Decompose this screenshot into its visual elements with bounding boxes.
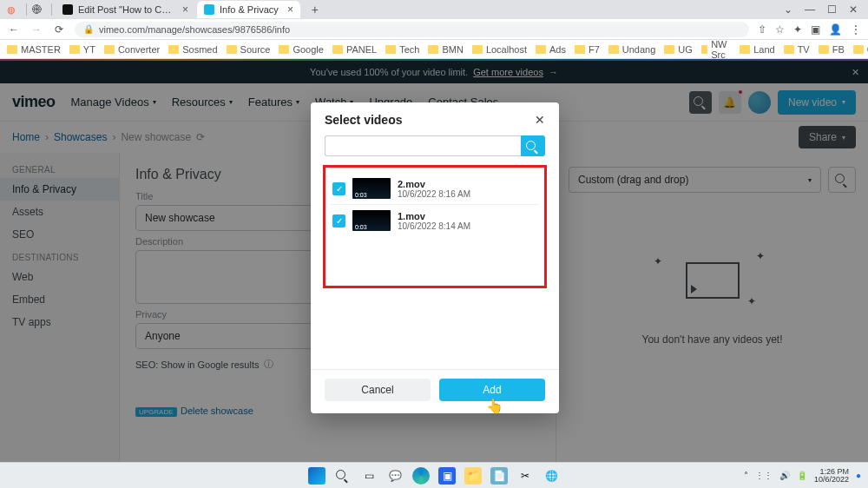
folder-icon [575, 45, 585, 54]
system-clock[interactable]: 1:26 PM 10/6/2022 [814, 468, 849, 484]
tab-2-title: Info & Privacy [220, 4, 279, 15]
bookmark[interactable]: Undang [608, 44, 656, 55]
folder-icon [819, 45, 829, 54]
close-icon[interactable]: × [182, 3, 188, 16]
task-view-icon[interactable]: ▭ [360, 467, 378, 485]
panel-icon[interactable]: ▣ [811, 23, 820, 36]
video-thumbnail: 0:03 [352, 210, 391, 231]
bookmark[interactable]: UG [664, 44, 693, 55]
extensions-icon[interactable]: ✦ [793, 23, 802, 36]
forward-icon[interactable]: → [30, 23, 43, 36]
volume-icon[interactable]: 🔊 [779, 471, 790, 480]
bookmark[interactable]: Sosmed [168, 44, 217, 55]
folder-icon [608, 45, 619, 54]
close-icon[interactable]: × [287, 3, 293, 16]
video-date: 10/6/2022 8:16 AM [398, 189, 470, 199]
maximize-icon[interactable]: ☐ [827, 3, 837, 16]
bookmark[interactable]: MASTER [7, 44, 61, 55]
bookmark[interactable]: Localhost [472, 44, 527, 55]
kebab-icon[interactable]: ⋮ [851, 23, 861, 36]
tab-1[interactable]: Edit Post "How to Create a Playli... × [56, 1, 195, 18]
checkbox-checked[interactable]: ✓ [332, 214, 345, 228]
folder-icon [332, 45, 343, 54]
close-icon[interactable]: ✕ [535, 113, 545, 127]
ext-icon-hubspot[interactable]: ◍ [5, 3, 17, 16]
profile-icon[interactable]: 👤 [829, 23, 842, 36]
chevron-down-icon[interactable]: ⌄ [784, 3, 792, 16]
chat-icon[interactable]: 💬 [386, 467, 404, 485]
folder-icon [104, 45, 115, 54]
folder-icon [664, 45, 674, 54]
modal-search-input[interactable] [325, 135, 521, 156]
tray-chevron-icon[interactable]: ˄ [744, 471, 748, 480]
search-icon[interactable] [334, 467, 352, 485]
minimize-icon[interactable]: — [805, 3, 815, 16]
search-icon [526, 141, 540, 152]
start-button[interactable] [308, 467, 326, 485]
folder-icon [784, 45, 794, 54]
reload-icon[interactable]: ⟳ [52, 23, 66, 36]
bookmark[interactable]: TV [784, 44, 810, 55]
folder-icon [536, 45, 546, 54]
bookmark[interactable]: Converter [104, 44, 160, 55]
edge-icon[interactable] [412, 467, 430, 485]
bookmark[interactable]: NW Src [701, 39, 731, 60]
video-thumbnail: 0:03 [352, 178, 391, 199]
wp-favicon [62, 4, 73, 15]
explorer-icon[interactable]: 📁 [464, 467, 482, 485]
video-name: 1.mov [398, 211, 470, 221]
app-icon[interactable]: ▣ [438, 467, 456, 485]
bookmark[interactable]: Ads [536, 44, 566, 55]
modal-title: Select videos [325, 113, 403, 127]
back-icon[interactable]: ← [7, 23, 21, 36]
bookmark[interactable]: Land [740, 44, 774, 55]
close-icon[interactable]: ✕ [849, 3, 858, 16]
bookmark[interactable]: F7 [575, 44, 600, 55]
folder-icon [168, 45, 179, 54]
folder-icon [227, 45, 237, 54]
browser-tabstrip: ◍ 🌐︎ Edit Post "How to Create a Playli..… [0, 0, 868, 19]
tab-1-title: Edit Post "How to Create a Playli... [78, 4, 174, 15]
notification-center-icon[interactable]: ● [856, 471, 861, 480]
bookmark[interactable]: Gov [853, 44, 868, 55]
bookmark[interactable]: FB [819, 44, 845, 55]
page-content: You've used 100% of your video limit. Ge… [0, 59, 868, 488]
bookmark[interactable]: YT [69, 44, 95, 55]
video-date: 10/6/2022 8:14 AM [398, 221, 470, 231]
duration-badge: 0:03 [352, 191, 370, 199]
bookmark[interactable]: Google [279, 44, 323, 55]
battery-icon[interactable]: 🔋 [797, 471, 807, 480]
notepad-icon[interactable]: 📄 [490, 467, 508, 485]
chrome-icon[interactable]: 🌐 [542, 467, 560, 485]
url-text: vimeo.com/manage/showcases/9876586/info [99, 24, 290, 35]
video-row[interactable]: ✓ 0:03 2.mov 10/6/2022 8:16 AM [331, 173, 539, 205]
new-tab-button[interactable]: + [307, 2, 323, 17]
wifi-icon[interactable]: ⋮⋮ [755, 471, 773, 480]
folder-icon [69, 45, 80, 54]
bookmark[interactable]: BMN [428, 44, 463, 55]
ext-icon-globe[interactable]: 🌐︎ [30, 3, 43, 16]
bookmark[interactable]: Source [227, 44, 271, 55]
share-icon[interactable]: ⇧ [758, 23, 766, 36]
folder-icon [385, 45, 396, 54]
highlight-frame: ✓ 0:03 2.mov 10/6/2022 8:16 AM ✓ 0:03 1.… [323, 165, 547, 288]
bookmark[interactable]: PANEL [332, 44, 377, 55]
snipping-icon[interactable]: ✂ [516, 467, 534, 485]
video-row[interactable]: ✓ 0:03 1.mov 10/6/2022 8:14 AM [331, 205, 539, 236]
address-bar[interactable]: 🔒 vimeo.com/manage/showcases/9876586/inf… [75, 22, 749, 37]
folder-icon [701, 45, 707, 54]
add-button[interactable]: Add [439, 379, 545, 401]
lock-icon: 🔒 [83, 24, 94, 34]
bookmark[interactable]: Tech [385, 44, 419, 55]
cancel-button[interactable]: Cancel [325, 379, 431, 401]
tab-2-active[interactable]: Info & Privacy × [197, 1, 300, 18]
folder-icon [279, 45, 289, 54]
checkbox-checked[interactable]: ✓ [332, 182, 345, 195]
folder-icon [740, 45, 750, 54]
video-name: 2.mov [398, 179, 470, 189]
star-icon[interactable]: ☆ [775, 23, 785, 36]
modal-search-button[interactable] [521, 135, 545, 156]
folder-icon [7, 45, 17, 54]
folder-icon [853, 45, 864, 54]
bookmarks-bar: MASTER YT Converter Sosmed Source Google… [0, 40, 868, 59]
